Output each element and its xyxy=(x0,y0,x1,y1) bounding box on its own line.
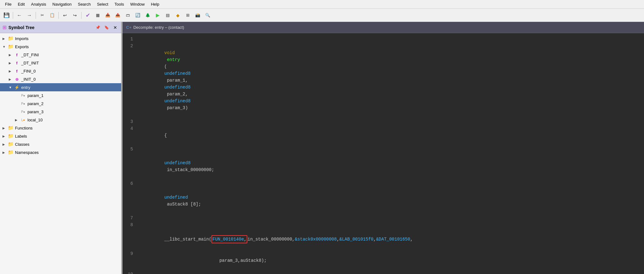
table-button[interactable]: ▤ xyxy=(163,11,172,20)
line-content-2: void entry ( undefined8 param_1, undefin… xyxy=(138,43,644,118)
tree-item-param-3[interactable]: P● param_3 xyxy=(0,108,121,116)
toolbar: 💾 ← → ✂ 📋 ↩ ↪ ✔ ▦ 📥 📤 🗃 🔄 🌲 ▶ ▤ ◆ ⊞ 📸 🔍 xyxy=(0,9,644,22)
decompile-header: C+ Decompile: entry – (contact) xyxy=(122,22,644,33)
param-name-3: param_3) xyxy=(164,105,188,110)
tree-item-param-1[interactable]: P● param_1 xyxy=(0,91,121,99)
libc-fn: __libc_start_main( xyxy=(164,237,211,242)
menu-search[interactable]: Search xyxy=(75,1,93,7)
folder-icon-namespaces: 📁 xyxy=(7,149,14,155)
tree-item-dt-fini[interactable]: ▶ f _DT_FINI xyxy=(0,51,121,59)
decompile-icon: C+ xyxy=(126,25,131,30)
symbol-tree-header: ⊞ Symbol Tree 📌 🔖 ✕ xyxy=(0,22,121,33)
line-num-6: 6 xyxy=(122,180,138,215)
main-area: ⊞ Symbol Tree 📌 🔖 ✕ ▶ 📁 Imports ▼ 📁 Expo… xyxy=(0,22,644,274)
kw-undefined8-3: undefined8 xyxy=(164,99,191,104)
menu-edit[interactable]: Edit xyxy=(15,1,27,7)
label-imports: Imports xyxy=(15,36,28,41)
tree-item-exports[interactable]: ▼ 📁 Exports xyxy=(0,43,121,51)
tree-item-param-2[interactable]: P● param_2 xyxy=(0,99,121,108)
memory-button[interactable]: 🗃 xyxy=(123,11,132,20)
arrow-dt-fini: ▶ xyxy=(9,53,14,57)
punct-paren: ( xyxy=(164,64,167,69)
func-icon-dt-fini: f xyxy=(14,52,20,58)
tree-item-classes[interactable]: ▶ 📁 Classes xyxy=(0,140,121,148)
diamond-button[interactable]: ◆ xyxy=(173,11,182,20)
checkmark-button[interactable]: ✔ xyxy=(83,11,92,20)
dat-arg: &DAT_00101650 xyxy=(376,237,410,242)
forward-button[interactable]: → xyxy=(25,11,34,20)
code-line-8: 8 __libc_start_main(FUN_0010140e,in_stac… xyxy=(122,221,644,250)
line-num-9: 9 xyxy=(122,250,138,271)
line-num-4: 4 xyxy=(122,125,138,146)
label-exports: Exports xyxy=(15,44,29,49)
arrow-functions: ▶ xyxy=(2,126,7,130)
line-num-10: 10 xyxy=(122,271,138,274)
label-param-1: param_1 xyxy=(27,93,43,98)
pin-button[interactable]: 📌 xyxy=(94,24,101,31)
line-num-8: 8 xyxy=(122,221,138,250)
menu-select[interactable]: Select xyxy=(94,1,111,7)
arrow-fini-0: ▶ xyxy=(9,69,14,73)
search-button[interactable]: 🔍 xyxy=(203,11,212,20)
menu-tools[interactable]: Tools xyxy=(112,1,126,7)
param-name-1: param_1, xyxy=(164,78,188,83)
label-fini-0: _FINI_0 xyxy=(21,69,36,74)
menu-analysis[interactable]: Analysis xyxy=(28,1,48,7)
label-functions: Functions xyxy=(15,126,32,130)
grid-button[interactable]: ▦ xyxy=(93,11,102,20)
line-num-3: 3 xyxy=(122,118,138,125)
stack-arg: &stack0x00000008 xyxy=(295,237,337,242)
close-button[interactable]: ✕ xyxy=(112,24,119,31)
folder-icon-labels: 📁 xyxy=(7,133,14,139)
local-icon: L● xyxy=(20,117,26,123)
menu-help[interactable]: Help xyxy=(148,1,162,7)
arrow-imports: ▶ xyxy=(2,37,7,40)
menu-window[interactable]: Window xyxy=(128,1,147,7)
toolbar-sep-2 xyxy=(36,12,36,19)
tree-button[interactable]: 🌲 xyxy=(143,11,152,20)
export-button[interactable]: 📤 xyxy=(113,11,122,20)
tree-item-functions[interactable]: ▶ 📁 Functions xyxy=(0,124,121,132)
line-content-4: { xyxy=(138,125,644,146)
save-button[interactable]: 💾 xyxy=(2,11,11,20)
line-content-6: undefined auStack8 [8]; xyxy=(138,180,644,215)
line-content-10: do { xyxy=(138,271,644,274)
menu-navigation[interactable]: Navigation xyxy=(50,1,74,7)
tree-item-dt-init[interactable]: ▶ f _DT_INIT xyxy=(0,59,121,67)
code-line-9: 9 param_3,auStack8); xyxy=(122,250,644,271)
arrow-entry: ▼ xyxy=(9,86,14,89)
line-content-7 xyxy=(138,215,644,221)
line-content-8: __libc_start_main(FUN_0010140e,in_stack_… xyxy=(138,221,644,250)
kw-undefined8-5: undefined8 xyxy=(164,160,191,165)
back-button[interactable]: ← xyxy=(15,11,24,20)
tree-item-fini-0[interactable]: ▶ f _FINI_0 xyxy=(0,67,121,75)
import-button[interactable]: 📥 xyxy=(103,11,112,20)
tree-item-namespaces[interactable]: ▶ 📁 Namespaces xyxy=(0,148,121,156)
tree-item-imports[interactable]: ▶ 📁 Imports xyxy=(0,34,121,43)
redo-button[interactable]: ↪ xyxy=(70,11,80,20)
code-area[interactable]: 1 2 void entry ( undefined8 param_1, und… xyxy=(122,33,644,274)
line-num-2: 2 xyxy=(122,43,138,118)
label-labels: Labels xyxy=(15,134,27,139)
undo-cut-button[interactable]: ✂ xyxy=(37,11,47,20)
run-button[interactable]: ▶ xyxy=(153,11,162,20)
screenshot-button[interactable]: 📸 xyxy=(193,11,202,20)
bookmark-button[interactable]: 🔖 xyxy=(103,24,110,31)
undo-button[interactable]: ↩ xyxy=(60,11,70,20)
brace-open: { xyxy=(164,133,167,138)
copy-button[interactable]: 📋 xyxy=(47,11,57,20)
keyword-void: void xyxy=(164,50,175,55)
grid2-button[interactable]: ⊞ xyxy=(183,11,192,20)
menu-file[interactable]: File xyxy=(2,1,14,7)
tree-item-entry[interactable]: ▼ ⚡ entry xyxy=(0,83,121,91)
code-line-10: 10 do { xyxy=(122,271,644,274)
tree-item-local-10[interactable]: ▶ L● local_10 xyxy=(0,116,121,124)
label-init-0: _INIT_0 xyxy=(21,77,36,82)
refresh-button[interactable]: 🔄 xyxy=(133,11,142,20)
line-num-7: 7 xyxy=(122,215,138,221)
tree-item-init-0[interactable]: ▶ ⊕ _INIT_0 xyxy=(0,75,121,83)
comma-2: , xyxy=(337,237,339,242)
line-content-3 xyxy=(138,118,644,125)
tree-item-labels[interactable]: ▶ 📁 Labels xyxy=(0,132,121,140)
arrow-labels: ▶ xyxy=(2,134,7,138)
